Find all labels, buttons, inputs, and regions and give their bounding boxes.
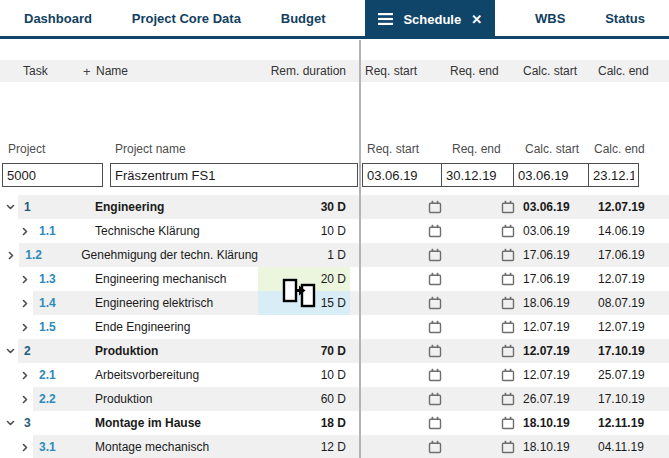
calendar-icon[interactable]: [501, 296, 515, 310]
task-name: Engineering elektrisch: [95, 291, 258, 315]
task-row[interactable]: 1.5Ende Engineering12.07.1912.07.19: [0, 315, 669, 339]
tab-schedule[interactable]: Schedule✕: [365, 0, 495, 39]
task-calc-end: 12.11.19: [594, 411, 669, 435]
task-id: 1.5: [33, 315, 95, 339]
calendar-icon[interactable]: [501, 224, 515, 238]
task-row[interactable]: 3Montage im Hause18 D18.10.1912.11.19: [0, 411, 669, 435]
chevron-down-icon[interactable]: [5, 418, 18, 429]
req-end-cell[interactable]: [446, 248, 518, 262]
req-end-cell[interactable]: [446, 320, 518, 334]
req-end-cell[interactable]: [446, 440, 518, 454]
calendar-icon[interactable]: [501, 248, 515, 262]
req-start-cell[interactable]: [350, 344, 446, 358]
task-calc-end: 14.06.19: [594, 219, 669, 243]
req-start-cell[interactable]: [350, 224, 446, 238]
calendar-icon[interactable]: [501, 344, 515, 358]
task-rem-duration: 10 D: [258, 363, 350, 387]
calendar-icon[interactable]: [428, 200, 442, 214]
calendar-icon[interactable]: [428, 248, 442, 262]
chevron-right-icon[interactable]: [6, 250, 19, 261]
chevron-down-icon[interactable]: [5, 202, 18, 213]
calendar-icon[interactable]: [501, 368, 515, 382]
calendar-icon[interactable]: [428, 344, 442, 358]
req-end-cell[interactable]: [446, 392, 518, 406]
add-column-button[interactable]: +: [83, 64, 96, 79]
calendar-icon[interactable]: [501, 416, 515, 430]
task-row[interactable]: 1.1Technische Klärung10 D03.06.1914.06.1…: [0, 219, 669, 243]
project-name-input[interactable]: [110, 163, 358, 187]
calendar-icon[interactable]: [501, 320, 515, 334]
task-name: Engineering: [95, 195, 258, 219]
calendar-icon[interactable]: [428, 392, 442, 406]
calendar-icon[interactable]: [428, 440, 442, 454]
chevron-right-icon[interactable]: [20, 274, 33, 285]
req-start-cell[interactable]: [350, 320, 446, 334]
table-header-row: Task + Name Rem. duration Req. start Req…: [0, 60, 669, 82]
calendar-icon[interactable]: [501, 272, 515, 286]
req-end-cell[interactable]: [446, 224, 518, 238]
row-indent: [0, 363, 33, 387]
chevron-right-icon[interactable]: [20, 370, 33, 381]
task-id: 2.1: [33, 363, 95, 387]
project-calc-start-input[interactable]: [513, 163, 589, 187]
task-calc-end: 17.10.19: [594, 339, 669, 363]
hamburger-menu-icon[interactable]: [378, 11, 393, 29]
chevron-right-icon[interactable]: [20, 442, 33, 453]
req-end-cell[interactable]: [446, 344, 518, 358]
calendar-icon[interactable]: [428, 320, 442, 334]
project-labels-row: Project Project name Req. start Req. end…: [0, 142, 669, 158]
chevron-down-icon[interactable]: [5, 346, 18, 357]
calendar-icon[interactable]: [428, 416, 442, 430]
req-end-cell[interactable]: [446, 368, 518, 382]
req-start-cell[interactable]: [350, 440, 446, 454]
task-rem-duration: 20 D: [258, 267, 350, 291]
tabbar-underline: [0, 36, 669, 39]
task-row[interactable]: 2.2Produktion60 D26.07.1917.10.19: [0, 387, 669, 411]
row-indent: [0, 291, 33, 315]
project-id-input[interactable]: [2, 163, 103, 187]
tab-status[interactable]: Status: [605, 11, 645, 26]
calendar-icon[interactable]: [428, 296, 442, 310]
calendar-icon[interactable]: [428, 224, 442, 238]
req-start-cell[interactable]: [350, 368, 446, 382]
req-end-cell[interactable]: [446, 272, 518, 286]
task-rows: 1Engineering30 D03.06.1912.07.191.1Techn…: [0, 195, 669, 458]
chevron-right-icon[interactable]: [20, 298, 33, 309]
task-row[interactable]: 3.1Montage mechanisch12 D18.10.1904.11.1…: [0, 435, 669, 458]
project-calc-end-input[interactable]: [588, 163, 639, 187]
project-req-start-input[interactable]: [362, 163, 442, 187]
task-row[interactable]: 1.4Engineering elektrisch15 D18.06.1908.…: [0, 291, 669, 315]
tab-wbs[interactable]: WBS: [535, 11, 565, 26]
tab-project-core-data[interactable]: Project Core Data: [132, 11, 241, 26]
calendar-icon[interactable]: [428, 272, 442, 286]
calendar-icon[interactable]: [501, 392, 515, 406]
tab-budget[interactable]: Budget: [281, 11, 326, 26]
project-req-end-input[interactable]: [441, 163, 514, 187]
req-start-cell[interactable]: [350, 200, 446, 214]
req-end-cell[interactable]: [446, 416, 518, 430]
close-tab-icon[interactable]: ✕: [471, 13, 482, 26]
calendar-icon[interactable]: [501, 440, 515, 454]
calc-start-label: Calc. start: [513, 142, 588, 158]
chevron-right-icon[interactable]: [20, 226, 33, 237]
column-header-calc-end: Calc. end: [594, 64, 669, 78]
task-row[interactable]: 1.2Genehmigung der techn. Klärung1 D17.0…: [0, 243, 669, 267]
req-start-cell[interactable]: [350, 416, 446, 430]
req-start-cell[interactable]: [350, 296, 446, 310]
calendar-icon[interactable]: [501, 200, 515, 214]
req-start-cell[interactable]: [350, 248, 446, 262]
task-row[interactable]: 2.1Arbeitsvorbereitung10 D12.07.1925.07.…: [0, 363, 669, 387]
chevron-right-icon[interactable]: [20, 322, 33, 333]
row-indent: [0, 243, 19, 267]
req-start-label: Req. start: [362, 142, 441, 158]
calendar-icon[interactable]: [428, 368, 442, 382]
task-row[interactable]: 1.3Engineering mechanisch20 D17.06.1912.…: [0, 267, 669, 291]
task-row[interactable]: 1Engineering30 D03.06.1912.07.19: [0, 195, 669, 219]
req-start-cell[interactable]: [350, 272, 446, 286]
req-start-cell[interactable]: [350, 392, 446, 406]
tab-dashboard[interactable]: Dashboard: [24, 11, 92, 26]
req-end-cell[interactable]: [446, 200, 518, 214]
task-row[interactable]: 2Produktion70 D12.07.1917.10.19: [0, 339, 669, 363]
req-end-cell[interactable]: [446, 296, 518, 310]
chevron-right-icon[interactable]: [20, 394, 33, 405]
